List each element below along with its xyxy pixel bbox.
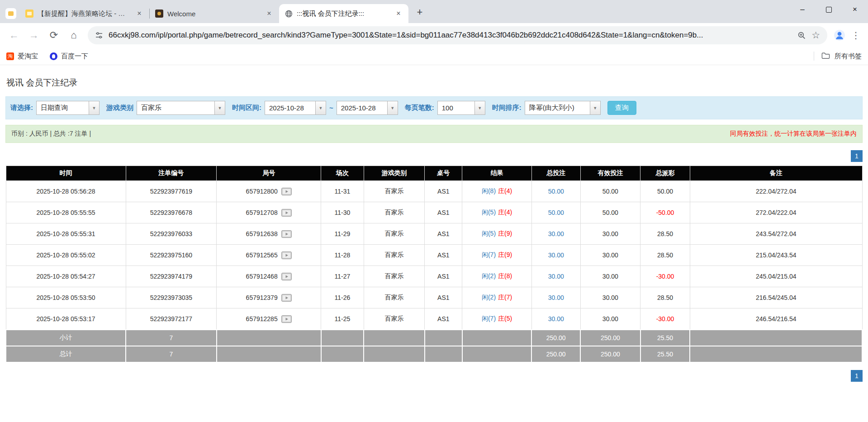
result-banker-text: 庄(5) [498,315,512,322]
total-row-empty [364,346,424,362]
date-to-select[interactable]: 2025-10-28 ▼ [337,101,398,115]
date-from-select[interactable]: 2025-10-28 ▼ [265,101,326,115]
tab-welcome[interactable]: Welcome × [150,4,279,23]
workspace-icon[interactable] [5,8,16,19]
browser-toolbar: ← → ⟳ ⌂ 66cxkj98.com/ipl/portal.php/game… [0,23,868,47]
query-mode-select[interactable]: 日期查询 ▼ [36,101,100,115]
cell-table: AS1 [425,308,462,330]
cell-game-type: 百家乐 [364,181,424,202]
maximize-icon[interactable] [816,0,842,19]
zoom-icon[interactable] [797,31,806,40]
url-text[interactable]: 66cxkj98.com/ipl/portal.php/game/betreco… [109,31,792,40]
replay-video-icon[interactable] [281,251,292,259]
tab-bet-records-active[interactable]: :::视讯 会员下注纪录::: × [279,4,408,23]
subtotal-row-empty [690,330,862,346]
replay-video-icon[interactable] [281,230,292,238]
browser-menu-icon[interactable]: ⋮ [848,28,863,43]
new-tab-button[interactable]: + [412,5,427,20]
table-row: 2025-10-28 05:55:02522923975160657912565… [6,245,862,266]
address-bar[interactable]: 66cxkj98.com/ipl/portal.php/game/betreco… [88,26,827,44]
cell-note: 245.04/215.04 [690,266,862,287]
back-icon[interactable]: ← [5,26,24,45]
forward-icon[interactable]: → [24,26,43,45]
tab-strip: 【新提醒】海燕策略论坛 - 综合 × Welcome × :::视讯 会员下注纪… [0,0,868,23]
page-number-button[interactable]: 1 [851,370,863,382]
chevron-down-icon[interactable]: ▼ [590,101,600,114]
cell-result: 闲(5)庄(4) [462,202,531,223]
window-close-icon[interactable]: × [842,0,868,19]
game-type-select[interactable]: 百家乐 ▼ [137,101,225,115]
cell-total-bet[interactable]: 30.00 [531,223,580,245]
cell-order-id: 522923973035 [126,287,217,308]
cell-result: 闲(2)庄(7) [462,287,531,308]
chevron-down-icon[interactable]: ▼ [474,101,485,114]
forum-favicon-icon [25,9,33,18]
bookmark-taobao[interactable]: 淘 爱淘宝 [6,52,38,61]
chevron-down-icon[interactable]: ▼ [89,101,99,114]
cell-total-bet[interactable]: 30.00 [531,287,580,308]
result-banker-text: 庄(9) [498,251,512,258]
table-row: 2025-10-28 05:55:31522923976033657912638… [6,223,862,245]
home-icon[interactable]: ⌂ [64,26,83,45]
cell-game-type: 百家乐 [364,223,424,245]
round-id-text: 657912565 [246,251,278,259]
per-page-label: 每页笔数: [405,104,434,112]
tab-forum[interactable]: 【新提醒】海燕策略论坛 - 综合 × [20,4,149,23]
select-mode-label: 请选择: [10,104,33,112]
profile-avatar-icon[interactable] [832,28,847,43]
subtotal-row: 小计7250.00250.0025.50 [6,330,862,346]
cell-table: AS1 [425,266,462,287]
cell-time: 2025-10-28 05:55:02 [6,245,126,266]
round-id-text: 657912468 [246,273,278,280]
cell-total-bet[interactable]: 50.00 [531,202,580,223]
cell-table: AS1 [425,181,462,202]
cell-total-bet[interactable]: 30.00 [531,266,580,287]
cell-game-type: 百家乐 [364,245,424,266]
cell-total-bet[interactable]: 30.00 [531,245,580,266]
bookmark-star-icon[interactable]: ☆ [811,30,820,41]
tab-close-icon[interactable]: × [265,9,274,18]
replay-video-icon[interactable] [281,209,292,217]
total-row-empty [690,346,862,362]
table-row: 2025-10-28 05:53:50522923973035657912379… [6,287,862,308]
round-id-text: 657912800 [246,188,278,195]
cell-valid-bet: 30.00 [580,223,640,245]
chevron-down-icon[interactable]: ▼ [387,101,398,114]
replay-video-icon[interactable] [281,315,292,323]
chevron-down-icon[interactable]: ▼ [315,101,326,114]
subtotal-row-total-bet: 250.00 [531,330,580,346]
sort-order-select[interactable]: 降幂(由大到小) ▼ [525,101,601,115]
cell-session: 11-25 [321,308,364,330]
query-button[interactable]: 查询 [607,101,636,115]
result-player-text: 闲(7) [482,251,496,258]
all-bookmarks[interactable]: 所有书签 [814,52,862,61]
tab-close-icon[interactable]: × [394,9,403,18]
summary-info-bar: 币别 : 人民币 | 总共 :7 注单 | 同局有效投注，统一计算在该局第一张注… [5,125,863,143]
replay-video-icon[interactable] [281,273,292,280]
chevron-down-icon[interactable]: ▼ [214,101,225,114]
subtotal-row-label: 小计 [6,330,126,346]
tab-title: :::视讯 会员下注纪录::: [297,9,390,18]
round-id-text: 657912379 [246,294,278,301]
cell-result: 闲(5)庄(9) [462,223,531,245]
filter-bar: 请选择: 日期查询 ▼ 游戏类别 百家乐 ▼ 时间区间: 2025-10-28 … [5,96,863,119]
date-range-label: 时间区间: [232,104,261,112]
bookmark-baidu[interactable]: 百度一下 [50,52,88,61]
subtotal-row-payout: 25.50 [640,330,690,346]
bookmarks-bar: 淘 爱淘宝 百度一下 所有书签 [0,47,868,65]
game-type-label: 游戏类别 [106,104,133,112]
tab-close-icon[interactable]: × [135,9,144,18]
replay-video-icon[interactable] [281,188,292,195]
page-number-button[interactable]: 1 [851,150,863,162]
site-info-icon[interactable] [95,31,103,39]
cell-total-bet[interactable]: 50.00 [531,181,580,202]
per-page-select[interactable]: 100 ▼ [437,101,485,115]
minimize-icon[interactable]: – [789,0,816,19]
table-body: 2025-10-28 05:56:28522923977619657912800… [6,181,862,363]
result-banker-text: 庄(9) [498,230,512,237]
replay-video-icon[interactable] [281,294,292,302]
per-page-value: 100 [438,101,474,114]
reload-icon[interactable]: ⟳ [44,26,63,45]
cell-round-id: 657912565 [217,245,321,266]
cell-total-bet[interactable]: 30.00 [531,308,580,330]
